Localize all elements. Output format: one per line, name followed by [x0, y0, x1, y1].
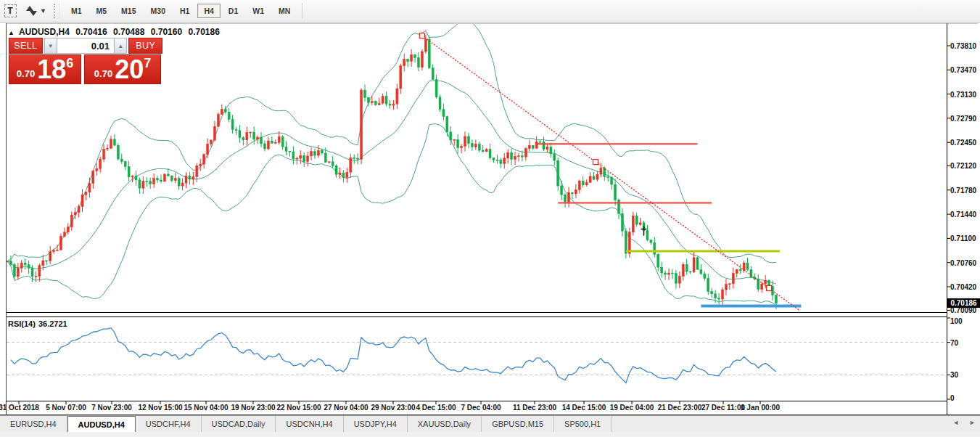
toolbar-grip[interactable] — [54, 4, 59, 18]
symbol-tab-bar: EURUSD,H4AUDUSD,H4USDCHF,H4USDCAD,DailyU… — [0, 416, 980, 433]
date-axis-label: 7 Dec 04:00 — [461, 404, 501, 412]
price-axis-label: 0.71440 — [950, 211, 976, 218]
trendline-anchor-handle[interactable] — [593, 160, 598, 165]
volume-decrease-button[interactable]: ▼ — [44, 38, 57, 54]
toolbar-separator — [302, 3, 302, 19]
date-axis-label: 19 Nov 23:00 — [231, 404, 275, 412]
date-axis-label: 31 Oct 2018 — [0, 404, 39, 412]
ohlc-close: 0.70186 — [188, 27, 219, 37]
buy-price-prefix: 0.70 — [94, 68, 112, 79]
sell-price-sup: 6 — [66, 56, 73, 71]
volume-input[interactable] — [57, 38, 114, 54]
rsi-axis-label: 70 — [950, 339, 958, 347]
timeframe-button-w1[interactable]: W1 — [246, 4, 271, 18]
price-axis-label: 0.73130 — [950, 91, 976, 99]
timeframe-button-m30[interactable]: M30 — [144, 4, 172, 18]
tab-usdcnh-h4[interactable]: USDCNH,H4 — [276, 416, 343, 432]
price-axis-label: 0.70420 — [950, 283, 976, 291]
tab-xauusd-daily[interactable]: XAUUSD,Daily — [408, 416, 482, 432]
price-axis-label: 0.71100 — [950, 234, 976, 242]
sell-price-big: 18 — [37, 59, 66, 81]
timeframe-button-group: M1M5M15M30H1H4D1W1MN — [64, 4, 297, 18]
rsi-axis-label: 100 — [950, 317, 963, 325]
chevron-down-icon[interactable]: ▼ — [40, 7, 46, 15]
volume-increase-button[interactable]: ▲ — [114, 38, 127, 54]
tabs-scroll-right-icon[interactable]: ► — [969, 419, 976, 426]
buy-price-big: 20 — [115, 59, 144, 81]
window-bottom-edge — [0, 432, 980, 437]
tabs-scroll-left-icon[interactable]: ◄ — [952, 419, 959, 426]
text-tool-icon: T — [4, 4, 17, 17]
price-axis-label: 0.73470 — [950, 66, 976, 74]
date-axis-label: 7 Nov 23:00 — [91, 404, 132, 412]
timeframe-button-m1[interactable]: M1 — [65, 4, 88, 18]
date-axis-label: 1 Jan 00:00 — [741, 404, 780, 412]
rsi-subwindow — [7, 328, 946, 383]
tab-usdchf-h4[interactable]: USDCHF,H4 — [136, 416, 202, 432]
trendline-object[interactable] — [422, 36, 800, 311]
trendline-anchor-handle[interactable] — [767, 285, 772, 290]
price-axis-label: 0.72790 — [950, 115, 976, 123]
price-axis-label: 0.72120 — [950, 162, 976, 170]
date-axis-label: 22 Nov 15:00 — [276, 404, 321, 412]
date-axis-label: 21 Dec 23:00 — [658, 404, 702, 412]
text-tool-button[interactable]: T — [3, 4, 17, 18]
rsi-value: 36.2721 — [38, 319, 67, 328]
current-price-tag: 0.70186 — [947, 298, 980, 308]
date-axis-label: 15 Nov 04:00 — [184, 404, 228, 412]
arrange-windows-icon[interactable] — [25, 5, 38, 17]
price-axis-label: 0.70090 — [950, 306, 976, 314]
date-axis-label: 29 Nov 23:00 — [371, 404, 415, 412]
rsi-name: RSI(14) — [8, 319, 36, 328]
timeframe-button-m15[interactable]: M15 — [115, 4, 142, 18]
price-axis-label: 0.70760 — [950, 259, 976, 267]
timeframe-button-h4[interactable]: H4 — [197, 4, 220, 18]
tab-eurusd-h4[interactable]: EURUSD,H4 — [0, 416, 67, 432]
collapse-panel-icon[interactable]: ▲ — [8, 29, 15, 36]
one-click-trade-panel: SELL ▼ ▲ BUY 0.70186 0.70207 — [9, 38, 162, 84]
top-toolbar: T ▼ M1M5M15M30H1H4D1W1MN — [0, 0, 980, 23]
rsi-axis-label: 0 — [950, 394, 955, 402]
timeframe-button-h1[interactable]: H1 — [173, 4, 196, 18]
date-axis-label: 27 Nov 04:00 — [324, 404, 368, 412]
date-axis-label: 5 Nov 07:00 — [46, 404, 86, 412]
sell-button[interactable]: SELL — [9, 38, 43, 54]
date-axis-label: 27 Dec 11:00 — [701, 404, 745, 412]
chart-symbol-label: AUDUSD,H4 — [19, 27, 70, 37]
tab-usdjpy-h4[interactable]: USDJPY,H4 — [344, 416, 408, 432]
tab-sp500-h1[interactable]: SP500,H1 — [554, 416, 612, 432]
tab-audusd-h4[interactable]: AUDUSD,H4 — [67, 416, 136, 432]
buy-price-sup: 7 — [144, 56, 151, 71]
chart-title-bar: ▲AUDUSD,H4 0.70416 0.70488 0.70160 0.701… — [8, 27, 220, 37]
date-axis-label: 11 Dec 23:00 — [513, 404, 556, 412]
rsi-indicator-label: RSI(14)36.2721 — [8, 319, 67, 328]
timeframe-button-m5[interactable]: M5 — [90, 4, 114, 18]
buy-button[interactable]: BUY — [128, 38, 162, 54]
ohlc-low: 0.70160 — [151, 27, 182, 37]
trendline-anchor-handle[interactable] — [419, 33, 424, 38]
date-axis-label: 19 Dec 04:00 — [610, 404, 654, 412]
timeframe-button-mn[interactable]: MN — [272, 4, 297, 18]
price-axis-label: 0.73810 — [950, 42, 976, 50]
price-axis-label: 0.72450 — [950, 139, 976, 147]
timeframe-button-d1[interactable]: D1 — [222, 4, 244, 18]
ohlc-high: 0.70488 — [113, 27, 144, 37]
tab-gbpusd-m15[interactable]: GBPUSD,M15 — [482, 416, 554, 432]
buy-price-quote[interactable]: 0.70207 — [84, 54, 161, 84]
date-axis-label: 14 Dec 15:00 — [562, 404, 606, 412]
rsi-axis-label: 30 — [950, 371, 958, 379]
sell-price-quote[interactable]: 0.70186 — [9, 54, 81, 84]
sell-price-prefix: 0.70 — [17, 68, 35, 79]
date-axis-label: 4 Dec 15:00 — [416, 404, 456, 412]
trading-platform-window: T ▼ M1M5M15M30H1H4D1W1MN ▲AUDUSD,H4 0.70… — [0, 0, 980, 437]
tab-usdcad-daily[interactable]: USDCAD,Daily — [202, 416, 276, 432]
date-axis-label: 12 Nov 15:00 — [138, 404, 182, 412]
ohlc-open: 0.70416 — [75, 27, 107, 37]
price-axis-label: 0.71780 — [950, 187, 976, 195]
